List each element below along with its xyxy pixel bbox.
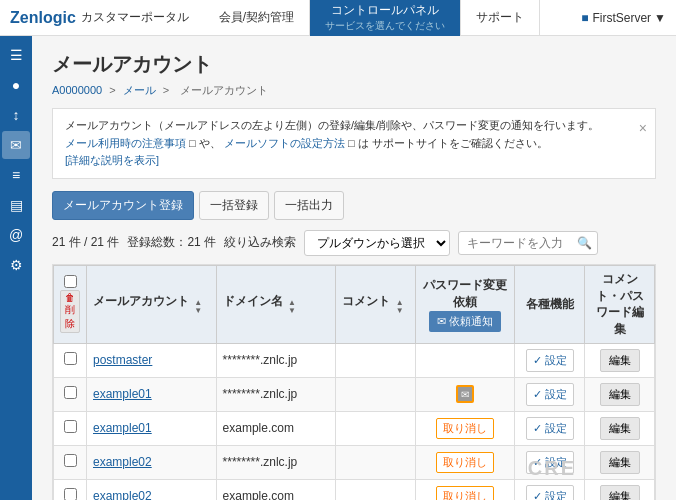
breadcrumb: A0000000 > メール > メールアカウント	[52, 83, 656, 98]
row-checkbox-0[interactable]	[64, 352, 77, 365]
cell-account-3: example02	[87, 445, 217, 479]
edit-btn-0[interactable]: 編集	[600, 349, 640, 372]
cell-domain-4: example.com	[216, 479, 336, 500]
edit-btn-1[interactable]: 編集	[600, 383, 640, 406]
cell-domain-3: ********.znlc.jp	[216, 445, 336, 479]
cell-edit-4: 編集	[585, 479, 655, 500]
toolbar: メールアカウント登録 一括登録 一括出力	[52, 191, 656, 220]
nav-control-label: コントロールパネル	[331, 2, 439, 19]
total-count: 21 件 / 21 件	[52, 234, 119, 251]
nav-item-support[interactable]: サポート	[461, 0, 540, 36]
cell-account-4: example02	[87, 479, 217, 500]
cell-setting-4: ✓ 設定	[515, 479, 585, 500]
info-mid: や、	[199, 137, 221, 149]
cell-account-0: postmaster	[87, 343, 217, 377]
password-icon-1[interactable]: ✉	[456, 385, 474, 403]
sidebar-item-admin[interactable]: ⚙	[2, 251, 30, 279]
cell-password-4: 取り消し	[415, 479, 515, 500]
registered-count: 登録総数：21 件	[127, 234, 216, 251]
info-icon2: □	[348, 137, 358, 149]
nav-item-member[interactable]: 会員/契約管理	[204, 0, 310, 36]
cell-comment-2	[336, 411, 416, 445]
select-all-checkbox[interactable]	[64, 275, 77, 288]
account-link-2[interactable]: example01	[93, 421, 152, 435]
comment-sort[interactable]: ▲▼	[396, 299, 404, 315]
cell-comment-3	[336, 445, 416, 479]
sidebar: ☰ ● ↕ ✉ ≡ ▤ @ ⚙	[0, 36, 32, 500]
breadcrumb-current: メールアカウント	[180, 84, 268, 96]
info-link-notice[interactable]: メール利用時の注意事項	[65, 137, 186, 149]
filter-label: 絞り込み検索	[224, 234, 296, 251]
cell-password-1: ✉	[415, 377, 515, 411]
main-content: メールアカウント A0000000 > メール > メールアカウント × メール…	[32, 36, 676, 500]
search-wrap: 🔍	[458, 231, 598, 255]
cell-comment-4	[336, 479, 416, 500]
cell-comment-0	[336, 343, 416, 377]
domain-sort[interactable]: ▲▼	[288, 299, 296, 315]
cell-comment-1	[336, 377, 416, 411]
sidebar-item-list[interactable]: ≡	[2, 161, 30, 189]
row-checkbox-2[interactable]	[64, 420, 77, 433]
sidebar-item-at[interactable]: @	[2, 221, 30, 249]
cell-password-0	[415, 343, 515, 377]
sidebar-item-folder[interactable]: ▤	[2, 191, 30, 219]
account-link-3[interactable]: example02	[93, 455, 152, 469]
filter-select[interactable]: プルダウンから選択	[304, 230, 450, 256]
info-line1: メールアカウント（メールアドレスの左より左側）の登録/編集/削除や、パスワード変…	[65, 117, 643, 135]
account-sort[interactable]: ▲▼	[194, 299, 202, 315]
edit-btn-2[interactable]: 編集	[600, 417, 640, 440]
th-domain: ドメイン名 ▲▼	[216, 265, 336, 343]
edit-btn-4[interactable]: 編集	[600, 485, 640, 500]
sidebar-item-menu[interactable]: ☰	[2, 41, 30, 69]
sidebar-item-user[interactable]: ●	[2, 71, 30, 99]
row-checkbox-1[interactable]	[64, 386, 77, 399]
user-icon-header: ■	[581, 11, 588, 25]
breadcrumb-sep1: >	[109, 84, 118, 96]
th-check: 🗑 削除	[54, 265, 87, 343]
row-checkbox-3[interactable]	[64, 454, 77, 467]
logo: Zenlogic カスタマーポータル	[10, 9, 189, 27]
cell-setting-2: ✓ 設定	[515, 411, 585, 445]
info-icon1: □	[189, 137, 199, 149]
row-checkbox-4[interactable]	[64, 488, 77, 500]
bulk-register-btn[interactable]: 一括登録	[199, 191, 269, 220]
cell-setting-0: ✓ 設定	[515, 343, 585, 377]
register-account-btn[interactable]: メールアカウント登録	[52, 191, 194, 220]
cell-edit-3: 編集	[585, 445, 655, 479]
notify-all-btn[interactable]: ✉ 依頼通知	[429, 311, 501, 332]
header-nav: 会員/契約管理 コントロールパネル サービスを選んでください サポート	[204, 0, 581, 36]
detail-link[interactable]: [詳細な説明を表示]	[65, 154, 159, 166]
account-link-1[interactable]: example01	[93, 387, 152, 401]
breadcrumb-home[interactable]: A0000000	[52, 84, 102, 96]
delete-btn[interactable]: 🗑 削除	[60, 290, 80, 333]
setting-btn-1[interactable]: ✓ 設定	[526, 383, 574, 406]
setting-btn-4[interactable]: ✓ 設定	[526, 485, 574, 500]
breadcrumb-mail[interactable]: メール	[123, 84, 156, 96]
th-password-label: パスワード変更依頼	[422, 277, 509, 311]
cell-account-1: example01	[87, 377, 217, 411]
info-suffix: は サポートサイトをご確認ください。	[358, 137, 548, 149]
bulk-export-btn[interactable]: 一括出力	[274, 191, 344, 220]
breadcrumb-sep2: >	[163, 84, 172, 96]
th-functions: 各種機能	[515, 265, 585, 343]
cancel-btn-3[interactable]: 取り消し	[436, 452, 494, 473]
cell-account-2: example01	[87, 411, 217, 445]
info-link-settings[interactable]: メールソフトの設定方法	[224, 137, 345, 149]
th-account: メールアカウント ▲▼	[87, 265, 217, 343]
cancel-btn-2[interactable]: 取り消し	[436, 418, 494, 439]
account-link-0[interactable]: postmaster	[93, 353, 152, 367]
edit-btn-3[interactable]: 編集	[600, 451, 640, 474]
close-info-btn[interactable]: ×	[639, 117, 647, 139]
nav-item-control[interactable]: コントロールパネル サービスを選んでください	[310, 0, 461, 36]
info-line2: メール利用時の注意事項 □ や、 メールソフトの設定方法 □ は サポートサイト…	[65, 135, 643, 153]
sidebar-item-transfer[interactable]: ↕	[2, 101, 30, 129]
user-dropdown-arrow[interactable]: ▼	[654, 11, 666, 25]
sidebar-item-mail[interactable]: ✉	[2, 131, 30, 159]
cell-domain-1: ********.znlc.jp	[216, 377, 336, 411]
cancel-btn-4[interactable]: 取り消し	[436, 486, 494, 500]
user-name: FirstServer	[592, 11, 651, 25]
cell-domain-2: example.com	[216, 411, 336, 445]
setting-btn-2[interactable]: ✓ 設定	[526, 417, 574, 440]
account-link-4[interactable]: example02	[93, 489, 152, 500]
setting-btn-0[interactable]: ✓ 設定	[526, 349, 574, 372]
